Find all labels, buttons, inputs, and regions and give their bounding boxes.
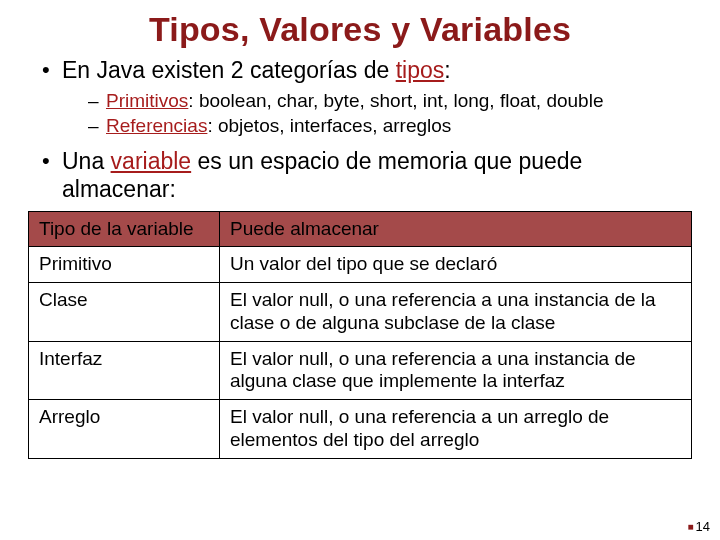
page-number: ■14 (687, 519, 710, 534)
sub-bullet-2-text: : objetos, interfaces, arreglos (207, 115, 451, 136)
page-number-bullet-icon: ■ (687, 521, 693, 532)
bullet-2-text-pre: Una (62, 148, 111, 174)
table-cell-type: Interfaz (29, 341, 220, 400)
sub-bullet-list-1: Primitivos: boolean, char, byte, short, … (90, 89, 692, 139)
table-cell-desc: El valor null, o una referencia a una in… (220, 341, 692, 400)
sub-bullet-2-keyword: Referencias (106, 115, 207, 136)
table-row: Interfaz El valor null, o una referencia… (29, 341, 692, 400)
variable-table: Tipo de la variable Puede almacenar Prim… (28, 211, 692, 459)
sub-bullet-primitivos: Primitivos: boolean, char, byte, short, … (90, 89, 692, 113)
bullet-1: En Java existen 2 categorías de tipos: P… (46, 57, 692, 138)
table-cell-type: Primitivo (29, 247, 220, 283)
sub-bullet-1-keyword: Primitivos (106, 90, 188, 111)
table-row: Clase El valor null, o una referencia a … (29, 283, 692, 342)
table-header-row: Tipo de la variable Puede almacenar (29, 212, 692, 247)
bullet-1-text-post: : (444, 57, 450, 83)
sub-bullet-referencias: Referencias: objetos, interfaces, arregl… (90, 114, 692, 138)
sub-bullet-1-text: : boolean, char, byte, short, int, long,… (188, 90, 603, 111)
page-number-value: 14 (696, 519, 710, 534)
bullet-1-text-pre: En Java existen 2 categorías de (62, 57, 396, 83)
table-header-col1: Tipo de la variable (29, 212, 220, 247)
bullet-2-keyword: variable (111, 148, 192, 174)
table-cell-desc: Un valor del tipo que se declaró (220, 247, 692, 283)
slide-title: Tipos, Valores y Variables (28, 10, 692, 49)
table-row: Arreglo El valor null, o una referencia … (29, 400, 692, 459)
table-cell-desc: El valor null, o una referencia a un arr… (220, 400, 692, 459)
table-header-col2: Puede almacenar (220, 212, 692, 247)
bullet-2: Una variable es un espacio de memoria qu… (46, 148, 692, 203)
slide: Tipos, Valores y Variables En Java exist… (0, 0, 720, 540)
bullet-list: En Java existen 2 categorías de tipos: P… (28, 57, 692, 203)
table-cell-desc: El valor null, o una referencia a una in… (220, 283, 692, 342)
table-row: Primitivo Un valor del tipo que se decla… (29, 247, 692, 283)
table-cell-type: Clase (29, 283, 220, 342)
bullet-1-keyword: tipos (396, 57, 445, 83)
table-cell-type: Arreglo (29, 400, 220, 459)
